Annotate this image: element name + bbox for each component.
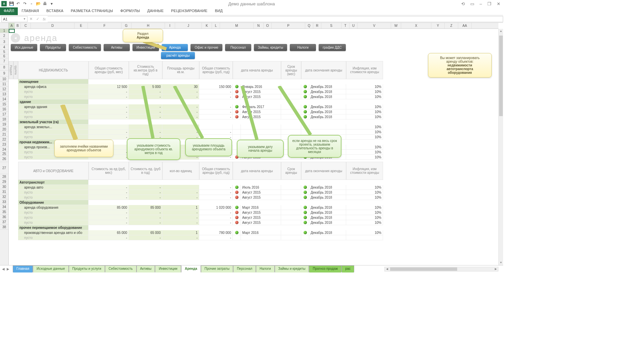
cell-val[interactable]: - bbox=[129, 109, 162, 114]
cell-val[interactable]: - bbox=[89, 215, 129, 220]
cell-start-date[interactable] bbox=[241, 130, 281, 135]
cell-end-date[interactable]: Декабрь 2018 bbox=[309, 185, 346, 190]
cell-term[interactable] bbox=[281, 84, 301, 89]
undo-icon[interactable]: ↶ bbox=[15, 1, 21, 7]
cell-inflation[interactable]: 10% bbox=[346, 215, 383, 220]
cell-inflation[interactable]: 10% bbox=[346, 130, 383, 135]
restore-icon[interactable]: ❐ bbox=[486, 1, 493, 6]
row-header[interactable]: 2 bbox=[0, 33, 8, 39]
ribbon-tab-формулы[interactable]: ФОРМУЛЫ bbox=[117, 7, 144, 15]
row-header[interactable]: 8 bbox=[0, 64, 8, 70]
row-header[interactable]: 24 bbox=[0, 147, 8, 152]
sync-icon[interactable]: ⟲ bbox=[460, 1, 466, 6]
item-name[interactable]: пусто bbox=[18, 235, 89, 240]
row-header[interactable]: 38 bbox=[0, 225, 8, 230]
cell-end-date[interactable]: Декабрь 2018 bbox=[309, 104, 346, 109]
sheet-tab-0[interactable]: Главная bbox=[13, 265, 33, 272]
cell-inflation[interactable]: 10% bbox=[346, 89, 383, 94]
row-header[interactable]: 16 bbox=[0, 107, 8, 112]
cell-inflation[interactable]: 10% bbox=[346, 145, 383, 150]
col-header[interactable]: L bbox=[212, 23, 220, 29]
nav-4[interactable]: Инвестиции bbox=[132, 44, 159, 51]
cell-val[interactable]: - bbox=[129, 195, 162, 200]
ribbon-tab-рецензирование[interactable]: РЕЦЕНЗИРОВАНИЕ bbox=[167, 7, 211, 15]
sheet-content[interactable]: ◄ аренда Исх.данныеПродуктыСебестоимость… bbox=[9, 29, 498, 265]
cell-term[interactable] bbox=[281, 130, 301, 135]
item-name[interactable]: пусто bbox=[18, 89, 89, 94]
column-headers[interactable]: ABCDEFGHIJKLMNOPQRSTUVWXYZAA bbox=[0, 23, 498, 29]
cell-inflation[interactable]: 10% bbox=[346, 114, 383, 119]
cell-val[interactable]: - bbox=[89, 130, 129, 135]
col-header[interactable]: G bbox=[121, 23, 131, 29]
nav-2[interactable]: Себестоимость bbox=[69, 44, 101, 51]
cell-end-date[interactable]: Декабрь 2018 bbox=[309, 220, 346, 225]
ribbon-tab-вставка[interactable]: ВСТАВКА bbox=[43, 7, 67, 15]
item-name[interactable]: производственная аренда авто и обо bbox=[18, 230, 89, 235]
col-header[interactable]: J bbox=[175, 23, 202, 29]
cell-inflation[interactable]: 10% bbox=[346, 195, 383, 200]
cell-start-date[interactable] bbox=[241, 124, 281, 130]
cell-val[interactable]: - bbox=[89, 89, 129, 94]
cell-inflation[interactable]: 10% bbox=[346, 94, 383, 99]
cell-val[interactable] bbox=[129, 124, 162, 130]
cell-val[interactable]: - bbox=[162, 89, 199, 94]
cell-inflation[interactable]: 10% bbox=[346, 109, 383, 114]
cell-start-date[interactable]: Август 2015 bbox=[241, 220, 281, 225]
item-name[interactable]: аренда здания bbox=[18, 104, 89, 109]
cell-val[interactable]: - bbox=[129, 104, 162, 109]
cell-inflation[interactable]: 10% bbox=[346, 104, 383, 109]
sheet-tab-12[interactable]: рас bbox=[341, 265, 354, 272]
cell-val[interactable]: 65 000 bbox=[129, 230, 162, 235]
cell-val[interactable]: - bbox=[199, 130, 233, 135]
cell-val[interactable]: - bbox=[129, 190, 162, 195]
row-header[interactable]: 27 bbox=[0, 162, 8, 174]
cell-inflation[interactable]: 10% bbox=[346, 220, 383, 225]
cell-val[interactable] bbox=[162, 185, 199, 190]
nav-10[interactable]: график ДДС bbox=[319, 44, 346, 51]
col-header[interactable]: T bbox=[341, 23, 350, 29]
item-name[interactable]: пусто bbox=[18, 109, 89, 114]
row-header[interactable]: 11 bbox=[0, 82, 8, 87]
sheet-tab-11[interactable]: Прогноз продаж bbox=[309, 265, 341, 272]
new-icon[interactable]: ▫ bbox=[29, 1, 35, 7]
cell-val[interactable]: 65 000 bbox=[89, 230, 129, 235]
cell-val[interactable]: 5 000 bbox=[129, 84, 162, 89]
item-name[interactable]: пусто bbox=[18, 195, 89, 200]
col-header[interactable]: E bbox=[74, 23, 88, 29]
item-name[interactable]: пусто bbox=[18, 220, 89, 225]
row-header[interactable]: 37 bbox=[0, 219, 8, 225]
cell-start-date[interactable]: Март 2016 bbox=[241, 205, 281, 210]
cell-val[interactable]: - bbox=[129, 130, 162, 135]
cell-start-date[interactable]: Август 2015 bbox=[241, 109, 281, 114]
row-header[interactable]: 13 bbox=[0, 92, 8, 97]
row-header[interactable]: 22 bbox=[0, 137, 8, 142]
cell-val[interactable]: - bbox=[162, 114, 199, 119]
sheet-tab-9[interactable]: Налоги bbox=[256, 265, 275, 272]
more-icon[interactable]: ▾ bbox=[49, 1, 55, 7]
cell-val[interactable]: - bbox=[89, 220, 129, 225]
vertical-scrollbar[interactable]: ▲ ▼ bbox=[498, 29, 503, 265]
row-header[interactable]: 3 bbox=[0, 39, 8, 45]
sheet-tab-10[interactable]: Займы и кредиты bbox=[275, 265, 309, 272]
cell-end-date[interactable] bbox=[309, 235, 346, 240]
cell-term[interactable] bbox=[281, 210, 301, 215]
formula-input[interactable] bbox=[48, 16, 503, 22]
nav-9[interactable]: Налоги bbox=[290, 44, 316, 51]
nav-7[interactable]: Персонал bbox=[225, 44, 251, 51]
scrollbar-thumb[interactable] bbox=[499, 36, 503, 116]
cell-val[interactable]: - bbox=[89, 114, 129, 119]
nav-1[interactable]: Продукты bbox=[40, 44, 66, 51]
row-header[interactable]: 33 bbox=[0, 199, 8, 204]
cell-end-date[interactable]: Декабрь 2018 bbox=[309, 94, 346, 99]
col-header[interactable]: B bbox=[15, 23, 21, 29]
cell-val[interactable]: - bbox=[199, 185, 233, 190]
cell-val[interactable]: - bbox=[89, 185, 129, 190]
cell-term[interactable] bbox=[281, 114, 301, 119]
col-header[interactable]: V bbox=[358, 23, 391, 29]
col-header[interactable]: X bbox=[401, 23, 431, 29]
cell-val[interactable]: - bbox=[162, 190, 199, 195]
col-header[interactable]: N bbox=[254, 23, 264, 29]
item-name[interactable]: пусто bbox=[18, 215, 89, 220]
cell-start-date[interactable]: Август 2015 bbox=[241, 210, 281, 215]
col-header[interactable]: Y bbox=[431, 23, 445, 29]
